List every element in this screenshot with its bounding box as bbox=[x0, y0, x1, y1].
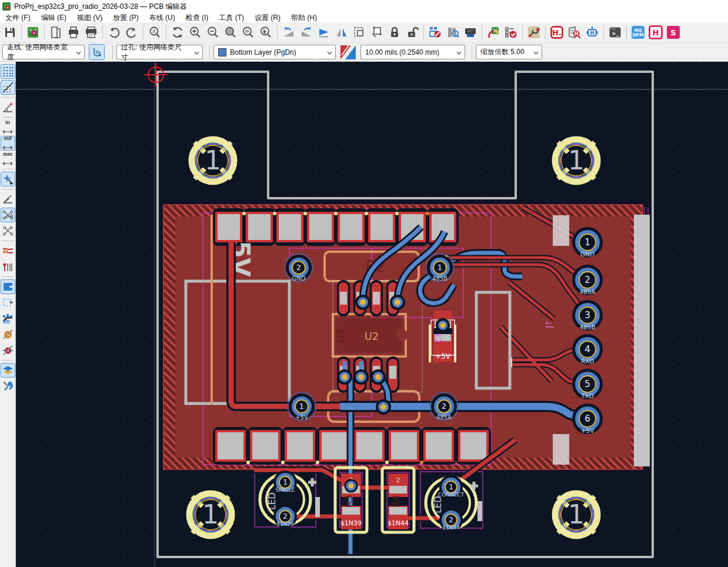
crosshair-cursor-toggle[interactable] bbox=[1, 172, 15, 186]
polar-coords-toggle[interactable] bbox=[1, 100, 15, 115]
board-setup-icon bbox=[26, 26, 39, 39]
zoom-to-selection-button[interactable] bbox=[257, 24, 275, 41]
zoom-to-objects-button[interactable] bbox=[239, 24, 257, 41]
highlight-nets-icon bbox=[2, 245, 14, 256]
connector-pin-3[interactable]: 3 485B bbox=[572, 300, 603, 331]
through-hole-pad-gnd[interactable]: 2 GND bbox=[285, 254, 313, 282]
pad-sketch-mode-toggle[interactable] bbox=[1, 327, 15, 342]
menu-file[interactable]: 文件 (F) bbox=[0, 13, 36, 22]
hq-search-button[interactable]: H bbox=[566, 24, 583, 41]
grid-dots-toggle[interactable] bbox=[1, 64, 15, 79]
swap-units-button[interactable] bbox=[426, 24, 444, 41]
layer-value: Bottom Layer (PgDn) bbox=[230, 48, 296, 56]
zone-fill-icon bbox=[2, 281, 14, 292]
flip-board-view-button[interactable] bbox=[315, 24, 333, 41]
s-plugin-button[interactable]: S bbox=[664, 24, 682, 41]
rotate-ccw-button[interactable] bbox=[280, 24, 298, 41]
u1-ref-label: U1 bbox=[334, 328, 346, 343]
units-inches-toggle[interactable]: in bbox=[1, 120, 15, 135]
save-button[interactable] bbox=[1, 24, 19, 41]
connector-pin-4[interactable]: 4 RXD bbox=[572, 334, 603, 365]
ungroup-button[interactable] bbox=[368, 24, 386, 41]
menu-inspect[interactable]: 检查 (I) bbox=[181, 13, 214, 22]
zone-outline-display-toggle[interactable] bbox=[1, 295, 15, 310]
menu-edit[interactable]: 编辑 (E) bbox=[36, 13, 72, 22]
menu-route[interactable]: 布线 (U) bbox=[144, 13, 181, 22]
polar-coords-icon bbox=[2, 102, 14, 113]
driver-tool-icon bbox=[464, 26, 477, 39]
curved-ratsnest-toggle[interactable] bbox=[1, 224, 15, 238]
units-mm-toggle[interactable]: mm bbox=[1, 152, 15, 166]
pad-net-label: RXD bbox=[581, 358, 595, 365]
group-button[interactable] bbox=[350, 24, 368, 41]
zoom-in-button[interactable] bbox=[186, 24, 204, 41]
driver-tool-button[interactable] bbox=[462, 24, 479, 41]
highlight-nets-toggle[interactable] bbox=[1, 244, 15, 258]
grid-select[interactable]: 10.00 mils (0.2540 mm) bbox=[360, 45, 465, 59]
zone-fill-display-toggle[interactable] bbox=[1, 279, 15, 294]
lock-button[interactable] bbox=[386, 24, 403, 41]
hq-h-icon: H. bbox=[550, 26, 563, 39]
connector-pin-5[interactable]: 5 TXD bbox=[572, 369, 603, 399]
zoom-select[interactable]: 缩放倍数 5.00 bbox=[476, 45, 542, 59]
redo-button[interactable] bbox=[123, 24, 141, 41]
properties-panel-toggle[interactable] bbox=[1, 379, 15, 393]
through-hole-pad-485a[interactable]: 2 485A bbox=[430, 392, 458, 421]
layer-select[interactable]: Bottom Layer (PgDn) bbox=[213, 45, 336, 59]
pad-number: 1 bbox=[449, 483, 453, 491]
pad-number: 2 bbox=[396, 476, 400, 484]
rotate-cw-button[interactable] bbox=[298, 24, 315, 41]
menu-view[interactable]: 视图 (V) bbox=[72, 13, 108, 22]
connector-pin-2[interactable]: 2 485A bbox=[572, 265, 603, 295]
auto-track-width-toggle[interactable] bbox=[89, 44, 105, 60]
hq-tool-button[interactable]: H. bbox=[548, 24, 566, 41]
menu-preferences[interactable]: 设置 (R) bbox=[249, 13, 286, 22]
grid-overrides-toggle[interactable] bbox=[1, 80, 15, 95]
via-sketch-mode-toggle[interactable] bbox=[1, 343, 15, 358]
unlock-button[interactable] bbox=[403, 24, 421, 41]
h-plugin-button[interactable]: H bbox=[647, 24, 664, 41]
refresh-icon bbox=[171, 26, 184, 39]
hq-ai-robot-button[interactable]: H bbox=[583, 24, 601, 41]
undo-button[interactable] bbox=[105, 24, 123, 41]
scripting-console-button[interactable]: >_ bbox=[606, 24, 624, 41]
net-color-mode-toggle[interactable] bbox=[1, 259, 15, 274]
redo-icon bbox=[125, 26, 138, 39]
zoom-out-button[interactable] bbox=[204, 24, 222, 41]
interactive-router-button[interactable] bbox=[525, 24, 543, 41]
print-button[interactable] bbox=[65, 24, 82, 41]
menu-help[interactable]: 帮助 (H) bbox=[286, 13, 322, 22]
drc-button[interactable] bbox=[502, 24, 520, 41]
hqdfm-button[interactable]: HQDFM bbox=[629, 24, 647, 41]
pad-net-label: 485A bbox=[579, 288, 596, 295]
menu-place[interactable]: 放置 (P) bbox=[108, 13, 143, 22]
update-pcb-icon bbox=[487, 26, 500, 39]
mirror-button[interactable] bbox=[333, 24, 350, 41]
update-pcb-from-schematic-button[interactable] bbox=[485, 24, 502, 41]
c-ref-label: C? bbox=[434, 333, 443, 343]
track-sketch-mode-toggle[interactable] bbox=[1, 311, 15, 326]
zoom-in-icon bbox=[189, 26, 202, 39]
via-size-select[interactable]: 过孔: 使用网络类尺寸 bbox=[116, 45, 203, 59]
connector-pin-1[interactable]: 1 GND bbox=[572, 227, 603, 258]
ratsnest-toggle[interactable] bbox=[1, 208, 15, 222]
through-hole-pad-485b[interactable]: 1 485B bbox=[426, 254, 454, 282]
refresh-view-button[interactable] bbox=[169, 24, 186, 41]
plot-button[interactable] bbox=[82, 24, 100, 41]
library-inspect-button[interactable] bbox=[444, 24, 462, 41]
find-button[interactable]: A bbox=[146, 24, 163, 41]
zoom-fit-button[interactable] bbox=[222, 24, 239, 41]
track-width-value: 走线: 使用网络类宽度 bbox=[7, 42, 70, 62]
page-settings-button[interactable] bbox=[47, 24, 65, 41]
board-setup-button[interactable] bbox=[24, 24, 42, 41]
units-mils-toggle[interactable]: mil bbox=[1, 136, 15, 151]
connector-pin-6[interactable]: 6 +5V bbox=[572, 403, 603, 434]
menu-tools[interactable]: 工具 (T) bbox=[213, 13, 249, 22]
layer-pair-indicator[interactable] bbox=[340, 45, 356, 59]
track-width-select[interactable]: 走线: 使用网络类宽度 bbox=[2, 45, 85, 59]
free-angle-toggle[interactable] bbox=[1, 192, 15, 206]
through-hole-pad-plus5v[interactable]: 1 +5V bbox=[288, 392, 316, 421]
hq-search-icon: H bbox=[568, 26, 581, 39]
layers-manager-toggle[interactable] bbox=[1, 363, 15, 378]
pcb-canvas[interactable]: 1 bbox=[16, 62, 728, 567]
